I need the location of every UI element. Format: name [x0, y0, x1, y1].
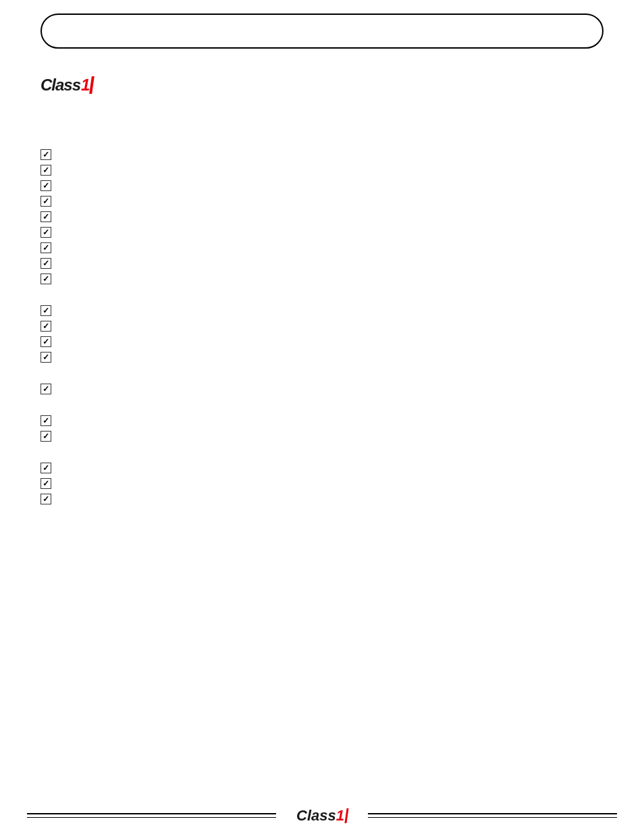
- logo-stripe-icon: [90, 76, 95, 94]
- list-item: [41, 462, 603, 473]
- checkbox-3[interactable]: [41, 180, 51, 191]
- list-item: [41, 336, 603, 347]
- checkbox-11[interactable]: [41, 321, 51, 332]
- checklist-section-4: [41, 415, 603, 442]
- footer-rule-thin-right: [368, 817, 617, 818]
- list-item: [41, 226, 603, 238]
- page-footer: Class 1: [0, 797, 644, 834]
- checkbox-7[interactable]: [41, 242, 51, 253]
- footer-rule-thick-left: [27, 813, 276, 815]
- section-gap-2: [41, 375, 603, 383]
- list-item: [41, 273, 603, 284]
- page-container: Class 1: [0, 0, 644, 834]
- checkbox-8[interactable]: [41, 258, 51, 269]
- checkbox-19[interactable]: [41, 494, 51, 504]
- checkbox-15[interactable]: [41, 415, 51, 426]
- list-item: [41, 149, 603, 160]
- checkbox-17[interactable]: [41, 463, 51, 473]
- logo-one-text: 1: [81, 76, 89, 95]
- top-spacer: [41, 115, 603, 149]
- checklist-section-3: [41, 383, 603, 394]
- footer-rule-thick-right: [368, 813, 617, 815]
- checkbox-10[interactable]: [41, 305, 51, 316]
- list-item: [41, 477, 603, 489]
- logo-class-text: Class: [41, 76, 80, 95]
- list-item: [41, 430, 603, 442]
- checkbox-9[interactable]: [41, 273, 51, 284]
- footer-logo-class-text: Class: [296, 807, 336, 825]
- checklist-section-1: [41, 149, 603, 284]
- checkbox-4[interactable]: [41, 196, 51, 207]
- checkbox-14[interactable]: [41, 384, 51, 394]
- checkbox-6[interactable]: [41, 227, 51, 238]
- list-item: [41, 195, 603, 207]
- list-item: [41, 493, 603, 504]
- checkbox-13[interactable]: [41, 352, 51, 363]
- list-item: [41, 383, 603, 394]
- checklist-section-2: [41, 305, 603, 363]
- footer-logo-mark: Class 1: [296, 807, 348, 825]
- logo-area: Class 1: [41, 76, 603, 95]
- footer-logo-one-text: 1: [336, 807, 344, 825]
- checkbox-16[interactable]: [41, 431, 51, 442]
- checkbox-18[interactable]: [41, 478, 51, 489]
- section-gap-4: [41, 454, 603, 462]
- section-gap-1: [41, 296, 603, 305]
- footer-line-right: [368, 813, 617, 818]
- footer-rule-thin-left: [27, 817, 276, 818]
- list-item: [41, 164, 603, 176]
- list-item: [41, 351, 603, 363]
- list-item: [41, 320, 603, 332]
- checkbox-2[interactable]: [41, 165, 51, 176]
- top-bar[interactable]: [41, 14, 603, 49]
- list-item: [41, 415, 603, 426]
- list-item: [41, 211, 603, 222]
- list-item: [41, 242, 603, 253]
- checkbox-5[interactable]: [41, 211, 51, 222]
- checklist-section-5: [41, 462, 603, 504]
- list-item: [41, 257, 603, 269]
- section-gap-3: [41, 407, 603, 415]
- checkbox-1[interactable]: [41, 149, 51, 160]
- footer-line-left: [27, 813, 276, 818]
- footer-logo: Class 1: [296, 807, 348, 825]
- header-logo: Class 1: [41, 76, 93, 95]
- checkbox-12[interactable]: [41, 336, 51, 347]
- footer-logo-stripe-icon: [344, 808, 348, 823]
- list-item: [41, 180, 603, 191]
- list-item: [41, 305, 603, 316]
